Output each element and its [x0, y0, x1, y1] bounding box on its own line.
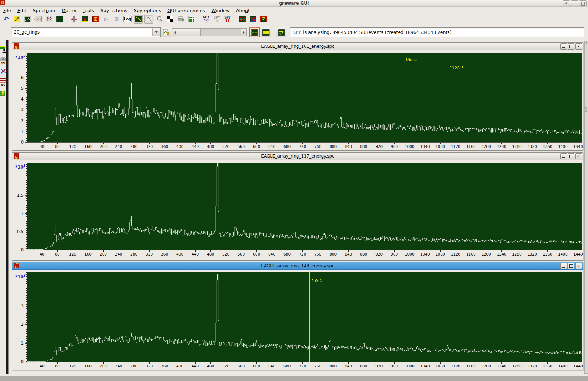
y-scale-label: *103	[15, 274, 26, 279]
print-icon[interactable]	[176, 15, 186, 24]
x-tick-label: 1160	[465, 144, 477, 149]
minimize-button[interactable]	[560, 153, 567, 159]
reload-spectra-button[interactable]	[161, 27, 171, 37]
spectrum-plot[interactable]	[27, 163, 582, 250]
x-tick-label: 640	[266, 144, 278, 149]
maximize-button[interactable]	[568, 153, 574, 159]
shade-window-button[interactable]	[563, 0, 570, 6]
tool-sidebar: SELNC	[0, 46, 6, 100]
y-axis-dotted-edge	[26, 272, 27, 362]
smooth-display-icon[interactable]	[144, 15, 153, 24]
scrollbar-thumb[interactable]	[178, 29, 201, 36]
y-scale-exponent: 3	[24, 274, 26, 277]
scroll-up-button[interactable]	[585, 41, 587, 45]
spy-stop-icon[interactable]: SPY❚❚	[223, 15, 232, 24]
menu-tools[interactable]: Tools	[79, 7, 97, 14]
multi-view-toggle[interactable]	[249, 27, 260, 37]
single-view-toggle[interactable]	[261, 27, 271, 37]
pointer-icon[interactable]: ▷	[102, 15, 111, 24]
swap-spectra-button[interactable]	[276, 27, 286, 37]
minimize-button[interactable]	[560, 43, 567, 50]
maximize-icon	[581, 2, 585, 6]
maximize-icon	[569, 264, 573, 268]
spectrum-canvas[interactable]	[27, 53, 582, 142]
x-tick-label: 1200	[480, 364, 492, 368]
dot-display-icon[interactable]	[134, 15, 143, 24]
x-tick-label: 760	[312, 252, 324, 256]
calibrate-icon[interactable]	[55, 15, 64, 24]
minimize-button[interactable]	[560, 263, 567, 269]
sidebar-select-tool[interactable]	[0, 46, 6, 53]
marker-label: 1128.5	[449, 66, 464, 71]
sum-2d-icon[interactable]: Σ2D	[91, 15, 100, 24]
expand-x-icon[interactable]	[69, 15, 79, 24]
app-titlebar[interactable]: G greware GUI	[0, 0, 588, 7]
minimize-icon	[573, 4, 576, 4]
close-button[interactable]: ✕	[575, 43, 582, 50]
pane-handle[interactable]	[585, 107, 587, 112]
menu-matrix[interactable]: Matrix	[58, 7, 79, 14]
x-tick-label: 600	[250, 364, 262, 368]
x-tick-label: 160	[82, 144, 94, 149]
menu-edit[interactable]: Edit	[14, 7, 30, 14]
maximize-button[interactable]	[568, 263, 574, 269]
scale-up-icon[interactable]: ↑2	[44, 15, 53, 24]
sidebar-paint-tool[interactable]	[0, 68, 6, 75]
menu-spy-actions[interactable]: Spy-actions	[97, 7, 130, 14]
x-tick-label: 1400	[557, 364, 569, 368]
menu-spy-options[interactable]: Spy-options	[130, 7, 164, 14]
spectrum-plot[interactable]: 1063.51128.5	[27, 53, 582, 142]
spectrum-group-select[interactable]: 20_ge_rings	[11, 27, 161, 37]
peak-area-icon[interactable]	[80, 15, 89, 24]
menu-window[interactable]: Window	[208, 7, 233, 14]
spectrum-plot[interactable]: 759.5	[27, 272, 582, 362]
sidebar-sel-tool[interactable]: SEL	[0, 57, 6, 65]
undo-icon[interactable]: ↶	[1, 15, 11, 24]
chevron-down-icon	[155, 31, 158, 33]
combo-dropdown-button[interactable]	[152, 28, 160, 36]
window-titlebar[interactable]: G+ EAGLE_array_ring_143_energy.spc ✕	[12, 262, 583, 270]
window-titlebar[interactable]: G+ EAGLE_array_ring_117_energy.spc ✕	[12, 153, 583, 160]
x-tick-label: 280	[128, 364, 140, 368]
minimize-window-button[interactable]	[571, 0, 578, 6]
spectrum-scrollbar[interactable]	[172, 28, 247, 36]
spectrum-canvas[interactable]	[27, 163, 582, 250]
spectrum-canvas[interactable]	[27, 272, 582, 362]
close-button[interactable]: ✕	[575, 153, 582, 159]
close-icon: ✕	[577, 264, 580, 268]
x-tick-label: 840	[342, 252, 354, 256]
expand-display-icon[interactable]: ⤢	[12, 15, 21, 24]
menu-gui-preferences[interactable]: GUI-preferences	[164, 7, 208, 14]
window-titlebar[interactable]: G+ EAGLE_array_ring_101_energy.spc ✕	[12, 43, 583, 50]
z-scale-icon[interactable]: Z	[259, 15, 268, 24]
y-tick-label: 1.5	[17, 193, 24, 198]
spectrum-display-icon[interactable]	[23, 15, 32, 24]
scroll-left-button[interactable]	[172, 29, 178, 36]
log-scale-button[interactable]: Log	[123, 15, 132, 24]
spy-status-field[interactable]: SPY: is analysing, 896453404 SUBevents (…	[290, 27, 584, 37]
spy-continue-icon[interactable]: SPY_▶	[212, 15, 222, 24]
scale-half-icon[interactable]: ✓✓½	[33, 15, 43, 24]
spy-restart-icon[interactable]: SPY↻↺	[202, 15, 211, 24]
menu-about[interactable]: About	[233, 7, 253, 14]
maximize-window-button[interactable]	[579, 0, 587, 6]
x-tick-label: 840	[342, 364, 354, 368]
menu-spectrum[interactable]: Spectrum	[30, 7, 58, 14]
invert-colors-icon[interactable]	[166, 15, 175, 24]
matrix-display-icon[interactable]	[187, 15, 196, 24]
scroll-right-button[interactable]	[241, 29, 247, 36]
menu-file[interactable]: File	[0, 7, 14, 14]
zoom-2d-icon[interactable]: 2D	[155, 15, 164, 24]
close-button[interactable]: ✕	[575, 263, 582, 269]
sidebar-doc-tool[interactable]	[0, 89, 6, 97]
delete-spectrum-icon[interactable]	[238, 15, 247, 24]
x-tick-label: 1320	[526, 364, 538, 368]
freeze-icon[interactable]: ❊	[112, 15, 121, 24]
menubar: FileEditSpectrumMatrixToolsSpy-actionsSp…	[0, 7, 588, 14]
delete-matrix-icon[interactable]	[248, 15, 257, 24]
sidebar-nc-tool[interactable]: NC	[0, 78, 6, 86]
mdi-vertical-scrollbar[interactable]	[584, 41, 588, 374]
maximize-button[interactable]	[568, 43, 574, 50]
x-tick-label: 440	[189, 144, 201, 149]
toolbar-separator	[271, 16, 271, 22]
